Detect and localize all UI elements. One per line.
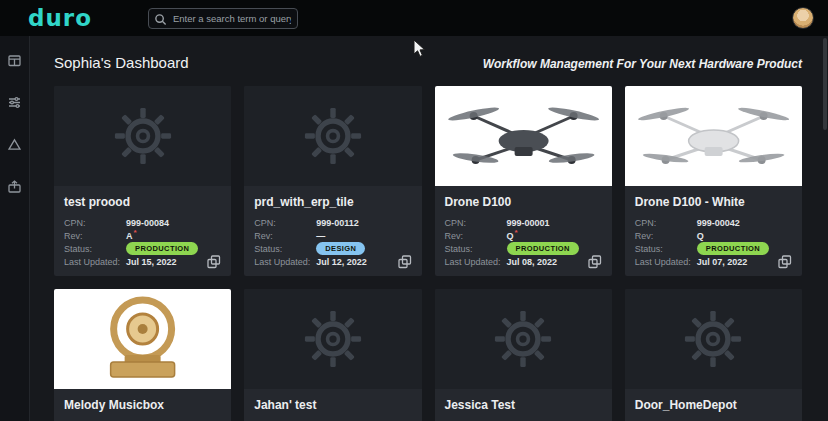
status-row: Status: PRODUCTION xyxy=(64,242,221,255)
duplicate-button[interactable] xyxy=(588,255,604,271)
tagline: Workflow Management For Your Next Hardwa… xyxy=(483,57,802,71)
product-thumbnail xyxy=(435,86,612,186)
sidebar-item-storage[interactable] xyxy=(7,54,23,70)
rev-label: Rev: xyxy=(445,231,507,241)
status-label: Status: xyxy=(254,244,316,254)
cpn-label: CPN: xyxy=(445,218,507,228)
product-card[interactable]: Jahan' test xyxy=(244,289,421,421)
status-row: Status: PRODUCTION xyxy=(635,242,792,255)
product-thumbnail xyxy=(625,86,802,186)
product-title: test proood xyxy=(64,195,221,209)
storage-box-icon xyxy=(7,53,22,72)
cpn-value: 999-00112 xyxy=(316,218,359,228)
product-title: Drone D100 - White xyxy=(635,195,792,209)
cpn-value: 999-00001 xyxy=(507,218,550,228)
sidebar-item-alerts[interactable] xyxy=(7,138,23,154)
status-badge: DESIGN xyxy=(316,242,365,255)
product-thumbnail xyxy=(625,289,802,389)
last-updated-value: Jul 15, 2022 xyxy=(126,257,177,267)
updated-row: Last Updated: Jul 07, 2022 xyxy=(635,255,792,268)
rev-flag: * xyxy=(515,228,518,237)
product-title: Drone D100 xyxy=(445,195,602,209)
last-updated-value: Jul 08, 2022 xyxy=(507,257,558,267)
cpn-row: CPN: 999-00112 xyxy=(254,216,411,229)
gear-placeholder-icon xyxy=(494,310,552,368)
product-title: Melody Musicbox xyxy=(64,398,221,412)
gear-placeholder-icon xyxy=(114,107,172,165)
gear-placeholder-icon xyxy=(304,107,362,165)
user-avatar[interactable] xyxy=(792,7,814,29)
status-badge: PRODUCTION xyxy=(126,242,198,255)
last-updated-value: Jul 07, 2022 xyxy=(697,257,748,267)
triangle-icon xyxy=(7,137,22,156)
rev-value: — xyxy=(316,231,325,241)
cpn-row: CPN: 999-00001 xyxy=(445,216,602,229)
duro-logo[interactable]: duro xyxy=(28,5,92,31)
cpn-row: CPN: 999-00084 xyxy=(64,216,221,229)
rev-row: Rev: A * xyxy=(64,229,221,242)
product-card[interactable]: Melody Musicbox xyxy=(54,289,231,421)
product-title: Jessica Test xyxy=(445,398,602,412)
product-card-info: test proood CPN: 999-00084 Rev: A * Stat… xyxy=(54,186,231,276)
cpn-label: CPN: xyxy=(635,218,697,228)
export-box-icon xyxy=(7,179,22,198)
last-updated-label: Last Updated: xyxy=(445,257,507,267)
title-row: Sophia's Dashboard Workflow Management F… xyxy=(54,54,802,71)
duplicate-button[interactable] xyxy=(778,255,794,271)
duplicate-button[interactable] xyxy=(207,255,223,271)
drone-white-photo xyxy=(625,86,802,186)
product-title: prd_with_erp_tile xyxy=(254,195,411,209)
scrollbar-thumb[interactable] xyxy=(823,38,827,130)
product-card-info: Jahan' test xyxy=(244,389,421,421)
product-card-info: Drone D100 CPN: 999-00001 Rev: Q * Statu… xyxy=(435,186,612,276)
rev-value: Q xyxy=(507,231,514,241)
product-card[interactable]: Drone D100 - White CPN: 999-00042 Rev: Q… xyxy=(625,86,802,276)
rev-value: A xyxy=(126,231,133,241)
gear-placeholder-icon xyxy=(304,310,362,368)
cpn-value: 999-00084 xyxy=(126,218,169,228)
status-row: Status: PRODUCTION xyxy=(445,242,602,255)
product-thumbnail xyxy=(244,289,421,389)
search-box xyxy=(148,8,298,29)
duplicate-button[interactable] xyxy=(398,255,414,271)
last-updated-label: Last Updated: xyxy=(254,257,316,267)
musicbox-photo xyxy=(54,289,231,389)
rev-label: Rev: xyxy=(635,231,697,241)
cpn-label: CPN: xyxy=(64,218,126,228)
copy-icon xyxy=(778,255,792,269)
copy-icon xyxy=(398,255,412,269)
product-card-info: Melody Musicbox xyxy=(54,389,231,421)
cpn-row: CPN: 999-00042 xyxy=(635,216,792,229)
rev-label: Rev: xyxy=(64,231,126,241)
product-card-info: prd_with_erp_tile CPN: 999-00112 Rev: — … xyxy=(244,186,421,276)
copy-icon xyxy=(588,255,602,269)
product-thumbnail xyxy=(244,86,421,186)
status-label: Status: xyxy=(635,244,697,254)
product-card[interactable]: Drone D100 CPN: 999-00001 Rev: Q * Statu… xyxy=(435,86,612,276)
top-bar: duro xyxy=(0,0,828,36)
last-updated-value: Jul 12, 2022 xyxy=(316,257,367,267)
cpn-label: CPN: xyxy=(254,218,316,228)
status-label: Status: xyxy=(64,244,126,254)
rev-row: Rev: Q xyxy=(635,229,792,242)
sidebar-item-filters[interactable] xyxy=(7,96,23,112)
product-card-info: Door_HomeDepot xyxy=(625,389,802,421)
card-grid: test proood CPN: 999-00084 Rev: A * Stat… xyxy=(54,86,802,421)
last-updated-label: Last Updated: xyxy=(64,257,126,267)
sidebar-item-export[interactable] xyxy=(7,180,23,196)
product-card[interactable]: Door_HomeDepot xyxy=(625,289,802,421)
product-card[interactable]: prd_with_erp_tile CPN: 999-00112 Rev: — … xyxy=(244,86,421,276)
product-title: Jahan' test xyxy=(254,398,411,412)
product-card[interactable]: Jessica Test xyxy=(435,289,612,421)
rev-label: Rev: xyxy=(254,231,316,241)
product-card[interactable]: test proood CPN: 999-00084 Rev: A * Stat… xyxy=(54,86,231,276)
rev-value: Q xyxy=(697,231,704,241)
updated-row: Last Updated: Jul 12, 2022 xyxy=(254,255,411,268)
rev-flag: * xyxy=(134,228,137,237)
cpn-value: 999-00042 xyxy=(697,218,740,228)
search-input[interactable] xyxy=(148,8,298,29)
copy-icon xyxy=(207,255,221,269)
status-label: Status: xyxy=(445,244,507,254)
product-title: Door_HomeDepot xyxy=(635,398,792,412)
product-thumbnail xyxy=(54,289,231,389)
